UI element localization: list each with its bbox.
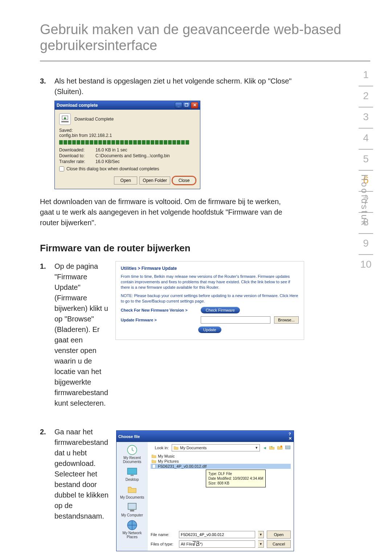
close-button[interactable]: Close [172, 176, 196, 184]
look-in-select[interactable]: My Documents ▼ [172, 444, 260, 451]
svg-rect-1 [61, 121, 69, 122]
chapter-link-3[interactable]: 3 [359, 107, 373, 129]
up-icon[interactable] [269, 445, 275, 451]
download-to-value: C:\Documents and Setting...\config.bin [95, 153, 170, 158]
update-button[interactable]: Update [198, 326, 221, 333]
svg-rect-3 [127, 468, 137, 474]
file-name-input[interactable] [179, 531, 255, 538]
file-dialog-titlebar: Choose file ? ✕ [117, 431, 294, 442]
close-icon[interactable]: ✕ [191, 102, 198, 109]
back-icon[interactable]: ◄ [263, 446, 267, 450]
close-on-complete-checkbox[interactable] [59, 166, 64, 171]
saved-label: Saved: [59, 128, 196, 133]
minimize-icon[interactable]: _ [175, 102, 182, 109]
download-to-label: Download to: [59, 153, 95, 158]
look-in-label: Look in: [151, 446, 169, 450]
step-1: 1. Op de pagina "Firmware Update" (Firmw… [40, 261, 108, 409]
help-icon[interactable]: ? [289, 432, 292, 436]
file-dialog-close-icon[interactable]: ✕ [289, 436, 292, 441]
step-2: 2. Ga naar het firmwarebestand dat u heb… [40, 427, 109, 522]
svg-rect-6 [130, 510, 134, 511]
file-dialog-title: Choose file [118, 434, 140, 439]
dialog-title: Download complete [57, 103, 98, 108]
list-item[interactable]: My Pictures [151, 459, 291, 464]
after-download-text: Het downloaden van de firmware is voltoo… [40, 196, 294, 228]
firmware-description-2: NOTE: Please backup your current setting… [121, 293, 299, 304]
dialog-titlebar: Download complete _ ❐ ✕ [55, 101, 200, 110]
svg-rect-5 [128, 503, 136, 510]
check-firmware-label: Check For New Firmware Version > [121, 308, 197, 312]
places-bar: My Recent Documents Desktop My Documents… [117, 442, 148, 551]
chapter-link-1[interactable]: 1 [359, 65, 373, 86]
transfer-rate-label: Transfer rate: [59, 159, 95, 164]
step-2-text: Ga naar het firmwarebestand dat u hebt g… [54, 427, 109, 522]
firmware-description-1: From time to time, Belkin may release ne… [121, 274, 299, 290]
svg-rect-9 [285, 446, 290, 449]
file-open-button[interactable]: Open [267, 531, 291, 539]
open-button[interactable]: Open [114, 176, 137, 184]
chapter-nav: Hoofdstuk 1 2 3 4 5 6 7 8 9 10 [337, 65, 373, 275]
choose-file-dialog: Choose file ? ✕ My Recent Documents Desk… [116, 430, 294, 551]
firmware-update-panel: Utilities > Firmware Update From time to… [115, 261, 304, 340]
firmware-path-input[interactable] [201, 316, 270, 324]
chapter-link-2[interactable]: 2 [359, 86, 373, 107]
chapter-link-9[interactable]: 9 [359, 234, 373, 255]
place-network[interactable]: My Network Places [118, 520, 146, 539]
step-3-number: 3. [40, 76, 54, 97]
download-complete-dialog: Download complete _ ❐ ✕ Download Complet… [54, 101, 200, 189]
svg-rect-4 [131, 475, 134, 476]
open-folder-button[interactable]: Open Folder [139, 176, 170, 184]
step-1-text: Op de pagina "Firmware Update" (Firmware… [54, 261, 108, 409]
place-recent[interactable]: My Recent Documents [118, 445, 146, 464]
file-tooltip: Type: DLF File Date Modified: 10/9/2002 … [206, 470, 266, 487]
close-on-complete-label: Close this dialog box when download comp… [66, 166, 159, 171]
place-desktop[interactable]: Desktop [126, 467, 139, 482]
progress-bar [59, 140, 196, 145]
transfer-rate-value: 16.0 KB/Sec [95, 159, 120, 164]
update-firmware-label: Update Firmware > [121, 318, 197, 322]
list-item-selected[interactable]: F5D6231_4P_v0.00.012.dlf [151, 464, 291, 469]
chapter-label: Hoofdstuk [359, 174, 369, 227]
step-3: 3. Als het bestand is opgeslagen ziet u … [40, 76, 294, 97]
svg-rect-10 [152, 464, 155, 468]
step-1-number: 1. [40, 261, 54, 409]
check-firmware-button[interactable]: Check Firmware [201, 307, 240, 313]
step-2-number: 2. [40, 427, 54, 522]
browse-button[interactable]: Browse... [274, 316, 299, 324]
step-3-text: Als het bestand is opgeslagen ziet u het… [54, 76, 294, 97]
place-computer[interactable]: My Computer [121, 502, 143, 517]
place-documents[interactable]: My Documents [120, 484, 144, 499]
downloaded-label: Downloaded: [59, 147, 95, 153]
chapter-link-5[interactable]: 5 [359, 150, 373, 171]
page-number: 73 [0, 540, 392, 548]
file-list: My Music My Pictures F5D6231_4P_v0.00.01… [151, 454, 291, 469]
chapter-link-4[interactable]: 4 [359, 129, 373, 150]
download-icon [59, 113, 71, 125]
new-folder-icon[interactable] [277, 445, 283, 451]
maximize-icon[interactable]: ❐ [183, 102, 190, 109]
download-status: Download Complete [74, 117, 114, 122]
views-icon[interactable] [285, 445, 291, 451]
chapter-link-10[interactable]: 10 [359, 255, 373, 275]
list-item[interactable]: My Music [151, 454, 291, 459]
file-name-label: File name: [151, 532, 176, 537]
svg-point-8 [280, 446, 282, 447]
saved-value: config.bin from 192.168.2.1 [59, 133, 196, 138]
downloaded-value: 16.0 KB in 1 sec [95, 147, 127, 153]
page-title: Gebruik maken van de geavanceerde web-ba… [40, 22, 370, 61]
file-name-dropdown-icon[interactable]: ▼ [258, 531, 264, 538]
firmware-subhead: Firmware van de router bijwerken [40, 243, 294, 254]
firmware-breadcrumb: Utilities > Firmware Update [121, 266, 299, 271]
